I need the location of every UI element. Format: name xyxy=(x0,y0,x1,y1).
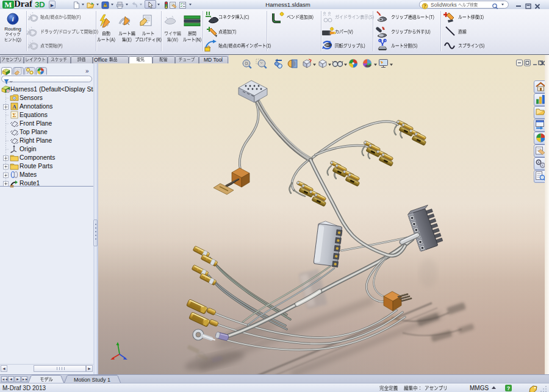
svg-text:Sensors: Sensors xyxy=(20,94,43,101)
svg-text:Annotations: Annotations xyxy=(20,103,52,110)
svg-text:?: ? xyxy=(424,4,426,9)
svg-text:MD Tool: MD Tool xyxy=(204,57,223,63)
svg-text:Office: Office xyxy=(94,57,107,63)
svg-text:Right Plane: Right Plane xyxy=(20,137,52,144)
svg-text:Harness1 (Default<Display Sta: Harness1 (Default<Display State xyxy=(10,86,93,93)
svg-text:?: ? xyxy=(507,385,511,391)
svg-text:Origin: Origin xyxy=(20,146,37,152)
svg-text:MMGS: MMGS xyxy=(470,385,489,391)
svg-text:Σ: Σ xyxy=(13,112,16,118)
svg-text:Motion Study 1: Motion Study 1 xyxy=(74,377,110,383)
svg-text:SolidWorks: SolidWorks xyxy=(431,2,457,8)
svg-text:Routing: Routing xyxy=(4,26,21,32)
svg-text:Route1: Route1 xyxy=(20,180,40,187)
svg-text:Route Parts: Route Parts xyxy=(20,163,52,169)
svg-text:»: » xyxy=(85,68,89,74)
svg-text:Front Plane: Front Plane xyxy=(20,120,52,127)
svg-text:Mates: Mates xyxy=(20,171,37,178)
svg-text:Components: Components xyxy=(20,154,55,161)
svg-text:Equations: Equations xyxy=(20,112,48,118)
svg-text:A: A xyxy=(12,104,16,110)
svg-text:Top Plane: Top Plane xyxy=(20,129,48,135)
